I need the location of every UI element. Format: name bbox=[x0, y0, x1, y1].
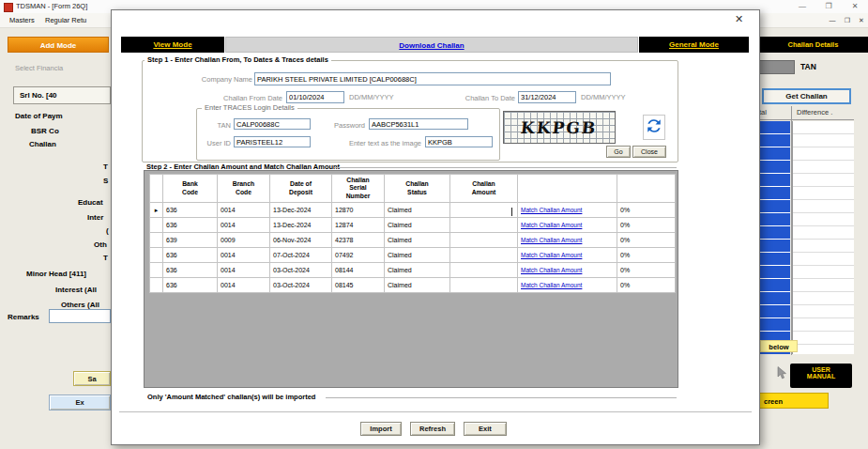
import-button[interactable]: Import bbox=[360, 422, 402, 436]
match-challan-amount-link[interactable]: Match Challan Amount bbox=[521, 222, 582, 228]
exit-form-button[interactable]: Ex bbox=[49, 395, 111, 410]
company-name-input[interactable] bbox=[254, 72, 611, 85]
cell-serial-number: 08145 bbox=[332, 278, 385, 293]
dialog-close-icon[interactable]: ✕ bbox=[735, 13, 743, 25]
tan-label: TAN bbox=[800, 62, 816, 71]
from-date-format: DD/MM/YYYY bbox=[349, 93, 394, 101]
cell-date-of-deposit: 07-Oct-2024 bbox=[270, 248, 332, 263]
table-row: 639 0009 06-Nov-2024 42378 Claimed Match… bbox=[150, 233, 676, 248]
label-others: Oth bbox=[94, 240, 107, 249]
below-label: below bbox=[760, 340, 798, 352]
cell-challan-amount[interactable] bbox=[450, 203, 518, 218]
refresh-button[interactable]: Refresh bbox=[410, 422, 455, 436]
table-row: ▸ 636 0014 13-Dec-2024 12870 Claimed Mat… bbox=[150, 203, 676, 218]
cell-serial-number: 08144 bbox=[332, 263, 385, 278]
tan-dropdown[interactable] bbox=[759, 60, 795, 74]
mdi-minimize-button[interactable]: — bbox=[826, 13, 839, 27]
label-remarks: Remarks bbox=[8, 313, 39, 321]
mdi-close-button[interactable]: ✕ bbox=[855, 13, 868, 27]
cell-challan-amount[interactable] bbox=[450, 248, 518, 263]
select-financial-label: Select Financia bbox=[15, 64, 63, 72]
app-icon bbox=[4, 3, 13, 12]
cell-challan-amount[interactable] bbox=[450, 233, 518, 248]
label-tax: T bbox=[103, 163, 108, 171]
match-challan-amount-link[interactable]: Match Challan Amount bbox=[521, 207, 582, 213]
label-interest-all: Interest (All bbox=[55, 286, 97, 294]
traces-password-input[interactable] bbox=[369, 118, 468, 130]
captcha-text-label: Enter text as the image bbox=[320, 139, 421, 147]
cell-date-of-deposit: 06-Nov-2024 bbox=[270, 233, 332, 248]
cell-bank-code: 636 bbox=[163, 278, 218, 293]
row-selector[interactable] bbox=[150, 233, 163, 248]
user-manual-button[interactable]: USER MANUAL bbox=[790, 364, 852, 388]
row-selector[interactable] bbox=[150, 263, 163, 278]
minimize-button[interactable]: — bbox=[794, 0, 811, 13]
go-button[interactable]: Go bbox=[606, 146, 631, 158]
step1-title: Step 1 - Enter Challan From, To Dates & … bbox=[145, 55, 331, 64]
difference-cells-column[interactable] bbox=[792, 121, 854, 354]
label-challan: Challan bbox=[29, 140, 56, 148]
tab-general-mode[interactable]: General Mode bbox=[639, 37, 749, 53]
cell-challan-amount[interactable] bbox=[450, 278, 518, 293]
row-selector[interactable] bbox=[150, 218, 163, 233]
grid-header-underline bbox=[758, 119, 854, 120]
table-row: 636 0014 03-Oct-2024 08144 Claimed Match… bbox=[150, 263, 676, 278]
cell-status: Claimed bbox=[385, 233, 450, 248]
captcha-close-button[interactable]: Close bbox=[632, 146, 666, 158]
challan-from-date-input[interactable] bbox=[286, 91, 344, 103]
user-manual-line2: MANUAL bbox=[790, 373, 852, 379]
menu-item-regular-return[interactable]: Regular Retu bbox=[45, 13, 86, 27]
traces-user-id-input[interactable] bbox=[234, 136, 311, 147]
cell-match-percent: 0% bbox=[617, 218, 676, 233]
maximize-button[interactable]: ❐ bbox=[820, 0, 837, 13]
amount-cells-column[interactable] bbox=[759, 121, 790, 354]
header-date-of-deposit: Date of Deposit bbox=[270, 175, 332, 203]
cell-bank-code: 636 bbox=[163, 218, 218, 233]
tab-view-mode[interactable]: View Mode bbox=[121, 37, 224, 53]
remarks-input[interactable] bbox=[49, 309, 111, 323]
cell-date-of-deposit: 13-Dec-2024 bbox=[270, 203, 332, 218]
header-selector bbox=[150, 175, 163, 203]
cell-branch-code: 0014 bbox=[218, 263, 270, 278]
cell-branch-code: 0014 bbox=[218, 248, 270, 263]
exit-button[interactable]: Exit bbox=[464, 422, 507, 436]
mdi-maximize-button[interactable]: ❐ bbox=[841, 13, 854, 27]
srl-no-panel: Srl No. [40 bbox=[13, 86, 111, 104]
add-mode-button[interactable]: Add Mode bbox=[8, 37, 109, 53]
cell-status: Claimed bbox=[385, 248, 450, 263]
challan-to-date-input[interactable] bbox=[518, 91, 576, 103]
cell-challan-amount[interactable] bbox=[450, 218, 518, 233]
match-challan-amount-link[interactable]: Match Challan Amount bbox=[521, 282, 582, 288]
challan-table: Bank Code Branch Code Date of Deposit Ch… bbox=[149, 174, 676, 293]
match-challan-amount-link[interactable]: Match Challan Amount bbox=[521, 267, 582, 273]
download-challan-dialog: ✕ View Mode Download Challan General Mod… bbox=[111, 9, 760, 445]
row-selector[interactable] bbox=[150, 248, 163, 263]
match-challan-amount-link[interactable]: Match Challan Amount bbox=[521, 252, 582, 258]
cell-match-percent: 0% bbox=[617, 203, 676, 218]
row-selector[interactable]: ▸ bbox=[150, 203, 163, 218]
import-note: Only 'Amount Matched' challan(s) will be… bbox=[145, 393, 318, 401]
header-branch-code: Branch Code bbox=[218, 175, 270, 203]
tab-download-challan[interactable]: Download Challan bbox=[225, 37, 638, 53]
current-row-marker: ▸ bbox=[155, 207, 159, 213]
row-selector[interactable] bbox=[150, 278, 163, 293]
captcha-image-text: KKPGB bbox=[520, 118, 598, 137]
header-challan-serial-number: Challan Serial Number bbox=[332, 175, 385, 203]
cell-serial-number: 12870 bbox=[332, 203, 385, 218]
full-screen-button[interactable]: creen bbox=[758, 393, 829, 409]
to-date-format: DD/MM/YYYY bbox=[581, 93, 626, 101]
table-row: 636 0014 07-Oct-2024 07492 Claimed Match… bbox=[150, 248, 676, 263]
save-button[interactable]: Sa bbox=[73, 371, 111, 386]
match-challan-amount-link[interactable]: Match Challan Amount bbox=[521, 237, 582, 243]
cell-challan-amount[interactable] bbox=[450, 263, 518, 278]
refresh-arrows-icon bbox=[646, 124, 662, 138]
captcha-text-input[interactable] bbox=[425, 136, 493, 147]
get-challan-button[interactable]: Get Challan bbox=[762, 88, 851, 104]
traces-user-id-label: User ID bbox=[194, 139, 231, 147]
captcha-refresh-button[interactable] bbox=[643, 115, 665, 140]
close-button[interactable]: ✕ bbox=[846, 0, 863, 13]
cell-branch-code: 0014 bbox=[218, 278, 270, 293]
srl-no-label: Srl No. [40 bbox=[20, 87, 57, 103]
traces-tan-input[interactable] bbox=[234, 118, 311, 130]
menu-item-masters[interactable]: Masters bbox=[9, 13, 35, 27]
